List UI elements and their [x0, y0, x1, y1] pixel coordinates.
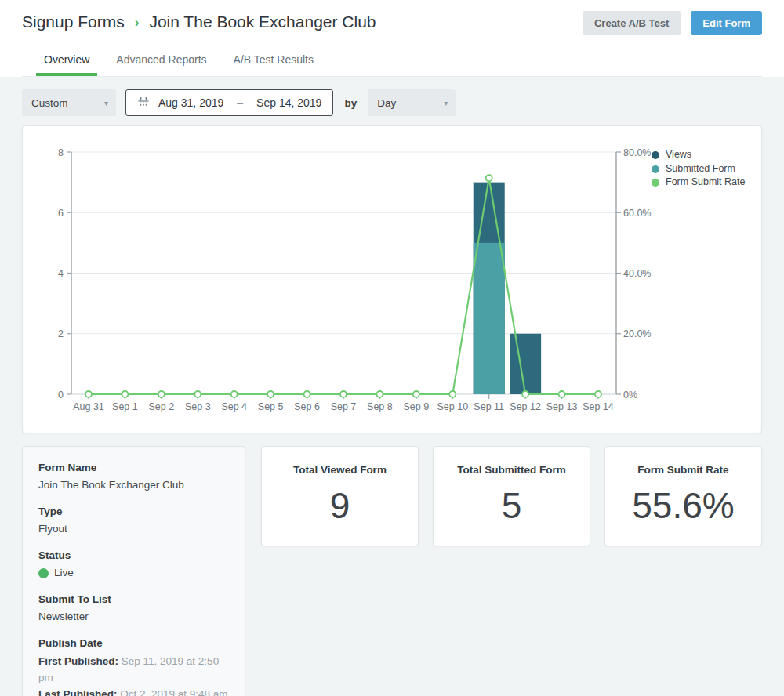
line-point-marker[interactable] — [231, 391, 238, 397]
submit-to-list-label: Submit To List — [38, 593, 229, 605]
stat-card-submit-rate: Form Submit Rate 55.6% — [604, 446, 762, 546]
legend-dot — [652, 179, 659, 187]
date-range-picker[interactable]: Aug 31, 2019 – Sep 14, 2019 — [125, 89, 333, 116]
status-value: Live — [54, 565, 74, 581]
date-range-type-select[interactable]: Custom ▾ — [22, 89, 116, 116]
date-range-type-value: Custom — [31, 97, 68, 109]
x-axis-tick-label: Sep 9 — [404, 401, 430, 412]
breadcrumb-parent-link[interactable]: Signup Forms — [22, 10, 125, 34]
bar-views[interactable] — [510, 334, 541, 394]
right-axis-tick-label: 60.0% — [623, 208, 651, 219]
last-published-value: Oct 2, 2019 at 9:48 am — [120, 688, 227, 696]
x-axis-tick-label: Sep 4 — [221, 401, 247, 412]
x-axis-tick-label: Sep 6 — [294, 401, 320, 412]
line-point-marker[interactable] — [449, 391, 456, 397]
x-axis-tick-label: Aug 31 — [73, 401, 104, 412]
tab-bar: Overview Advanced Reports A/B Test Resul… — [22, 47, 762, 77]
line-point-marker[interactable] — [376, 391, 383, 397]
chevron-right-icon: › — [135, 11, 140, 34]
last-published-label: Last Published: — [38, 688, 118, 696]
right-axis-tick-label: 20.0% — [623, 328, 651, 339]
line-point-marker[interactable] — [158, 391, 165, 397]
status-live-dot — [38, 568, 49, 578]
legend-label: Submitted Form — [666, 162, 735, 176]
by-label: by — [344, 97, 357, 109]
line-point-marker[interactable] — [85, 391, 92, 397]
left-axis-tick-label: 8 — [58, 147, 64, 158]
caret-down-icon: ▾ — [444, 99, 448, 107]
right-axis-tick-label: 40.0% — [623, 268, 651, 279]
type-value: Flyout — [38, 521, 229, 537]
filter-bar: Custom ▾ Aug 31, 2019 – Sep 14, 2019 by … — [22, 89, 762, 116]
legend-dot — [652, 165, 659, 173]
first-published-label: First Published: — [38, 655, 118, 667]
status-label: Status — [38, 549, 229, 561]
tab-advanced-reports[interactable]: Advanced Reports — [108, 47, 214, 76]
line-point-marker[interactable] — [522, 391, 528, 397]
type-label: Type — [38, 506, 229, 517]
x-axis-tick-label: Sep 1 — [112, 401, 138, 412]
page-header: Signup Forms › Join The Book Exchanger C… — [0, 0, 784, 77]
legend-item-submitted-form[interactable]: Submitted Form — [652, 162, 768, 176]
line-point-marker[interactable] — [122, 391, 128, 397]
line-point-marker[interactable] — [194, 391, 201, 397]
left-axis-tick-label: 6 — [58, 208, 64, 219]
line-point-marker[interactable] — [486, 175, 492, 181]
date-end-value: Sep 14, 2019 — [256, 96, 321, 109]
bar-submitted-form[interactable] — [474, 243, 505, 394]
x-axis-tick-label: Sep 7 — [331, 401, 357, 412]
line-point-marker[interactable] — [304, 391, 310, 397]
stat-value: 5 — [434, 484, 590, 527]
line-point-marker[interactable] — [340, 391, 347, 397]
caret-down-icon: ▾ — [104, 99, 108, 107]
stat-value: 9 — [262, 484, 418, 527]
left-axis-tick-label: 4 — [58, 268, 64, 279]
chart-legend: ViewsSubmitted FormForm Submit Rate — [652, 148, 768, 190]
stat-label: Total Submitted Form — [434, 464, 590, 476]
breadcrumb: Signup Forms › Join The Book Exchanger C… — [22, 10, 376, 34]
x-axis-tick-label: Sep 3 — [185, 401, 211, 412]
tab-overview[interactable]: Overview — [36, 47, 97, 76]
legend-item-views[interactable]: Views — [652, 148, 768, 162]
form-name-value: Join The Book Exchanger Club — [38, 477, 229, 493]
form-name-label: Form Name — [38, 462, 229, 473]
submit-to-list-value: Newsletter — [38, 609, 229, 625]
x-axis-tick-label: Sep 14 — [583, 401, 614, 412]
x-axis-tick-label: Sep 11 — [474, 401, 504, 412]
line-point-marker[interactable] — [559, 391, 565, 397]
performance-chart-card: 024680%20.0%40.0%60.0%80.0%Aug 31Sep 1Se… — [22, 125, 762, 433]
tab-ab-test-results[interactable]: A/B Test Results — [226, 47, 321, 76]
left-axis-tick-label: 2 — [58, 328, 64, 339]
granularity-value: Day — [377, 97, 396, 109]
legend-label: Views — [666, 148, 691, 162]
line-point-marker[interactable] — [413, 391, 419, 397]
date-separator: – — [232, 96, 248, 109]
legend-dot — [652, 151, 659, 159]
x-axis-tick-label: Sep 2 — [149, 401, 175, 412]
x-axis-tick-label: Sep 10 — [437, 401, 468, 412]
granularity-select[interactable]: Day ▾ — [368, 89, 456, 116]
stat-value: 55.6% — [605, 484, 761, 527]
stat-label: Total Viewed Form — [262, 464, 418, 476]
create-ab-test-button[interactable]: Create A/B Test — [583, 11, 681, 35]
calendar-icon — [137, 96, 150, 109]
stat-label: Form Submit Rate — [605, 464, 761, 476]
main-content: Custom ▾ Aug 31, 2019 – Sep 14, 2019 by … — [0, 89, 784, 696]
date-start-value: Aug 31, 2019 — [158, 96, 223, 109]
edit-form-button[interactable]: Edit Form — [691, 11, 762, 35]
line-point-marker[interactable] — [595, 391, 601, 397]
x-axis-tick-label: Sep 12 — [510, 401, 541, 412]
x-axis-tick-label: Sep 13 — [546, 401, 578, 412]
publish-date-label: Publish Date — [38, 637, 229, 649]
x-axis-tick-label: Sep 5 — [258, 401, 284, 412]
right-axis-tick-label: 0% — [623, 390, 637, 401]
line-point-marker[interactable] — [267, 391, 274, 397]
x-axis-tick-label: Sep 8 — [367, 401, 393, 412]
legend-item-form-submit-rate[interactable]: Form Submit Rate — [652, 176, 768, 190]
left-axis-tick-label: 0 — [58, 390, 64, 401]
legend-label: Form Submit Rate — [666, 176, 745, 190]
form-details-card: Form Name Join The Book Exchanger Club T… — [22, 446, 245, 696]
page-title: Join The Book Exchanger Club — [149, 10, 376, 34]
stat-card-total-viewed: Total Viewed Form 9 — [261, 446, 419, 546]
right-axis-tick-label: 80.0% — [623, 147, 651, 158]
